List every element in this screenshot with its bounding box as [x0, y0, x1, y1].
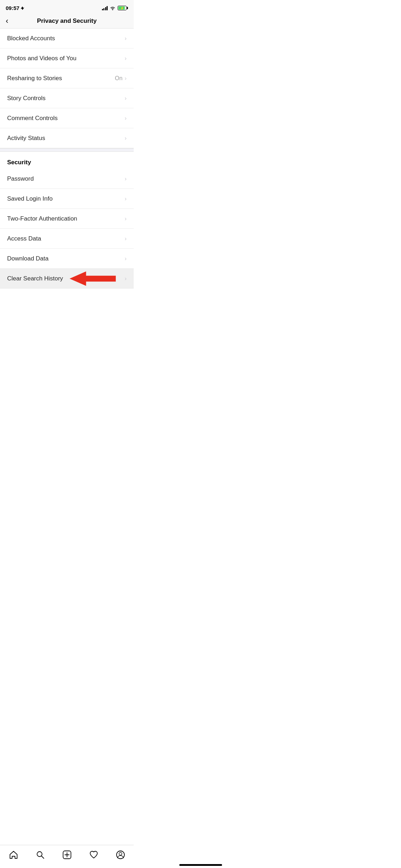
- privacy-section: Blocked Accounts › Photos and Videos of …: [0, 29, 134, 148]
- story-controls-label: Story Controls: [7, 95, 46, 102]
- status-icons: ⚡: [102, 6, 128, 10]
- tab-bar-spacer: [0, 289, 134, 324]
- two-factor-label: Two-Factor Authentication: [7, 215, 77, 222]
- svg-point-0: [112, 9, 113, 10]
- chevron-icon: ›: [125, 135, 127, 141]
- download-data-item[interactable]: Download Data ›: [0, 249, 134, 269]
- location-icon: [21, 6, 24, 10]
- clear-search-label: Clear Search History: [7, 275, 63, 282]
- password-label: Password: [7, 175, 34, 182]
- chevron-icon: ›: [125, 95, 127, 102]
- security-section: Security Password › Saved Login Info › T…: [0, 152, 134, 289]
- comment-controls-item[interactable]: Comment Controls ›: [0, 108, 134, 128]
- chevron-icon: ›: [125, 115, 127, 122]
- activity-status-item[interactable]: Activity Status ›: [0, 128, 134, 148]
- photos-videos-item[interactable]: Photos and Videos of You ›: [0, 48, 134, 68]
- chevron-icon: ›: [125, 275, 127, 282]
- chevron-icon: ›: [125, 255, 127, 262]
- clear-search-item[interactable]: Clear Search History ›: [0, 269, 134, 289]
- status-time: 09:57: [6, 5, 24, 11]
- blocked-accounts-item[interactable]: Blocked Accounts ›: [0, 29, 134, 48]
- chevron-icon: ›: [125, 35, 127, 42]
- security-section-header: Security: [0, 152, 134, 169]
- page-title: Privacy and Security: [37, 17, 97, 25]
- chevron-icon: ›: [125, 216, 127, 222]
- resharing-item[interactable]: Resharing to Stories On ›: [0, 68, 134, 88]
- section-divider: [0, 148, 134, 152]
- activity-status-label: Activity Status: [7, 135, 45, 142]
- signal-icon: [102, 6, 108, 10]
- password-item[interactable]: Password ›: [0, 169, 134, 189]
- status-bar: 09:57 ⚡: [0, 0, 134, 14]
- back-button[interactable]: ‹: [6, 16, 8, 26]
- resharing-value: On: [115, 75, 122, 82]
- chevron-icon: ›: [125, 196, 127, 202]
- two-factor-item[interactable]: Two-Factor Authentication ›: [0, 209, 134, 229]
- photos-videos-label: Photos and Videos of You: [7, 55, 76, 62]
- chevron-icon: ›: [125, 75, 127, 82]
- access-data-label: Access Data: [7, 235, 41, 242]
- settings-content: Blocked Accounts › Photos and Videos of …: [0, 29, 134, 289]
- saved-login-item[interactable]: Saved Login Info ›: [0, 189, 134, 209]
- chevron-icon: ›: [125, 55, 127, 62]
- resharing-label: Resharing to Stories: [7, 75, 62, 82]
- comment-controls-label: Comment Controls: [7, 115, 58, 122]
- security-title: Security: [7, 159, 31, 166]
- chevron-icon: ›: [125, 236, 127, 242]
- saved-login-label: Saved Login Info: [7, 195, 53, 202]
- chevron-icon: ›: [125, 176, 127, 182]
- story-controls-item[interactable]: Story Controls ›: [0, 88, 134, 108]
- battery-icon: ⚡: [118, 6, 128, 10]
- blocked-accounts-label: Blocked Accounts: [7, 35, 55, 42]
- nav-header: ‹ Privacy and Security: [0, 14, 134, 29]
- download-data-label: Download Data: [7, 255, 48, 262]
- time-display: 09:57: [6, 5, 19, 11]
- wifi-icon: [110, 6, 115, 10]
- access-data-item[interactable]: Access Data ›: [0, 229, 134, 249]
